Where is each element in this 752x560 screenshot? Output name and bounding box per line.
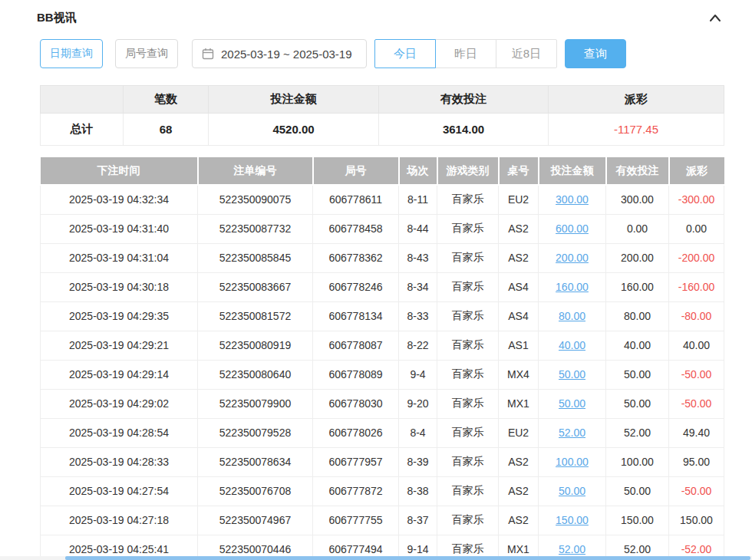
filter-bar: 日期查询 局号查询 2025-03-19 ~ 2025-03-19 今日昨日近8… [40,39,752,68]
cell-session: 8-4 [399,418,437,447]
table-header-cell: 投注金额 [539,157,606,185]
bet-amount-link[interactable]: 600.00 [556,222,589,235]
cell-valid: 100.00 [606,447,669,476]
cell-session: 8-38 [399,476,437,506]
cell-game_type: 百家乐 [437,243,499,272]
cell-valid: 40.00 [606,331,669,360]
cell-round_no: 606778089 [313,360,399,389]
cell-game_type: 百家乐 [437,506,499,535]
cell-session: 9-20 [399,389,437,418]
bet-amount-link[interactable]: 50.00 [559,368,585,380]
cell-time: 2025-03-19 04:28:54 [41,418,198,447]
table-header-cell: 有效投注 [606,157,669,185]
bet-amount-link[interactable]: 40.00 [559,339,585,351]
cell-order_no: 522350076708 [198,476,313,506]
cell-bet: 200.00 [539,243,606,272]
table-row: 2025-03-19 04:32:34522350090075606778611… [41,185,724,214]
cell-table_no: EU2 [499,185,539,214]
cell-time: 2025-03-19 04:31:40 [41,214,198,243]
cell-session: 8-44 [399,214,437,243]
cell-round_no: 606778362 [313,243,399,272]
quick-button-yesterday[interactable]: 昨日 [435,39,496,68]
round-query-button[interactable]: 局号查询 [115,39,178,68]
bet-amount-link[interactable]: 50.00 [559,485,585,497]
cell-order_no: 522350079900 [198,389,313,418]
cell-valid: 50.00 [606,360,669,389]
cell-order_no: 522350087732 [198,214,313,243]
cell-order_no: 522350083667 [198,272,313,301]
cell-game_type: 百家乐 [437,360,499,389]
summary-header-cell: 有效投注 [379,86,549,114]
cell-valid: 0.00 [606,214,669,243]
cell-payout: 40.00 [669,331,724,360]
cell-game_type: 百家乐 [437,272,499,301]
cell-payout: 95.00 [669,447,724,476]
cell-table_no: AS2 [499,243,539,272]
search-button[interactable]: 查询 [565,39,626,68]
bet-amount-link[interactable]: 300.00 [556,193,589,206]
cell-payout: -50.00 [669,389,724,418]
table-header-cell: 下注时间 [41,157,198,185]
cell-valid: 50.00 [606,476,669,506]
table-row: 2025-03-19 04:31:40522350087732606778458… [41,214,724,243]
bet-amount-link[interactable]: 52.00 [559,543,585,555]
bet-amount-link[interactable]: 80.00 [559,310,585,322]
cell-payout: -50.00 [669,360,724,389]
summary-header-cell [41,86,124,114]
cell-round_no: 606777957 [313,447,399,476]
summary-header-row: 笔数投注金额有效投注派彩 [41,86,724,114]
cell-time: 2025-03-19 04:29:14 [41,360,198,389]
table-header-cell: 注单编号 [198,157,313,185]
collapse-button[interactable] [709,12,721,25]
cell-order_no: 522350079528 [198,418,313,447]
horizontal-scrollbar-track [0,556,752,560]
cell-round_no: 606778458 [313,214,399,243]
cell-valid: 150.00 [606,506,669,535]
bet-amount-link[interactable]: 200.00 [556,252,589,264]
cell-order_no: 522350080640 [198,360,313,389]
summary-header-cell: 投注金额 [209,86,379,114]
table-header-cell: 游戏类别 [437,157,499,185]
bet-amount-link[interactable]: 150.00 [556,514,589,526]
bet-amount-link[interactable]: 160.00 [556,281,589,293]
cell-table_no: AS2 [499,447,539,476]
cell-payout: 150.00 [669,506,724,535]
bet-amount-link[interactable]: 50.00 [559,397,585,410]
bet-amount-link[interactable]: 100.00 [556,456,589,468]
quick-button-last8days[interactable]: 近8日 [496,39,557,68]
panel-header: BB视讯 [0,0,752,31]
cell-order_no: 522350080919 [198,331,313,360]
table-header-cell: 桌号 [499,157,539,185]
cell-round_no: 606778246 [313,272,399,301]
cell-round_no: 606778030 [313,389,399,418]
cell-valid: 300.00 [606,185,669,214]
cell-game_type: 百家乐 [437,331,499,360]
cell-payout: -160.00 [669,272,724,301]
cell-session: 8-22 [399,331,437,360]
cell-game_type: 百家乐 [437,301,499,331]
cell-time: 2025-03-19 04:28:33 [41,447,198,476]
cell-session: 8-43 [399,243,437,272]
cell-valid: 200.00 [606,243,669,272]
cell-round_no: 606778611 [313,185,399,214]
cell-payout: 49.40 [669,418,724,447]
cell-table_no: AS2 [499,214,539,243]
cell-valid: 52.00 [606,418,669,447]
table-row: 2025-03-19 04:31:04522350085845606778362… [41,243,724,272]
cell-table_no: AS4 [499,272,539,301]
quick-button-today[interactable]: 今日 [374,39,436,68]
cell-time: 2025-03-19 04:30:18 [41,272,198,301]
summary-valid-bet: 3614.00 [379,114,549,146]
cell-order_no: 522350078634 [198,447,313,476]
cell-bet: 50.00 [539,360,606,389]
date-query-button[interactable]: 日期查询 [40,39,103,68]
cell-game_type: 百家乐 [437,476,499,506]
cell-table_no: AS2 [499,506,539,535]
table-header-row: 下注时间注单编号局号场次游戏类别桌号投注金额有效投注派彩 [41,157,724,185]
date-range-input[interactable]: 2025-03-19 ~ 2025-03-19 [192,39,367,68]
cell-time: 2025-03-19 04:27:18 [41,506,198,535]
horizontal-scrollbar[interactable] [65,556,750,560]
cell-session: 9-4 [399,360,437,389]
cell-order_no: 522350085845 [198,243,313,272]
bet-amount-link[interactable]: 52.00 [559,427,585,439]
